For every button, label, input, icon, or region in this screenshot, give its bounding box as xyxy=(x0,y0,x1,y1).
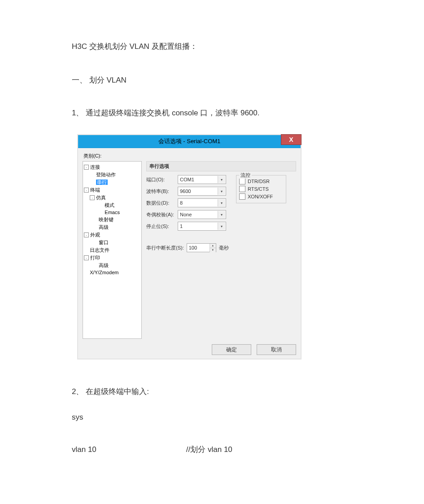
chevron-down-icon: ▾ xyxy=(218,223,225,230)
xon-xoff-checkbox[interactable] xyxy=(239,193,245,200)
tree-node[interactable]: 高级 xyxy=(99,224,109,230)
parity-select[interactable]: None▾ xyxy=(178,210,226,219)
break-length-spinner[interactable]: 100 ▲▼ xyxy=(187,243,216,252)
expand-icon[interactable]: - xyxy=(84,165,89,170)
section-heading: 一、 划分 VLAN xyxy=(72,75,352,85)
flow-control-legend: 流控 xyxy=(239,172,252,179)
ok-button[interactable]: 确定 xyxy=(212,344,251,355)
expand-icon[interactable]: - xyxy=(90,195,95,200)
tree-node[interactable]: 高级 xyxy=(99,263,109,268)
tree-node-selected[interactable]: 串行 xyxy=(96,180,108,185)
cancel-button[interactable]: 取消 xyxy=(257,344,296,355)
command-vlan10: vlan 10//划分 vlan 10 xyxy=(72,444,352,455)
port-select[interactable]: COM1▾ xyxy=(178,175,226,184)
databits-label: 数据位(D): xyxy=(146,200,178,206)
tree-node[interactable]: 终端 xyxy=(90,187,100,193)
chevron-down-icon: ▾ xyxy=(218,211,225,218)
tree-node[interactable]: 模式 xyxy=(105,202,114,208)
tree-node[interactable]: 仿真 xyxy=(96,195,106,200)
category-label: 类别(C): xyxy=(83,153,296,159)
expand-icon[interactable]: - xyxy=(84,188,89,193)
break-length-label: 串行中断长度(S): xyxy=(146,245,184,251)
parity-label: 奇偶校验(A): xyxy=(146,211,178,218)
command-sys: sys xyxy=(72,413,352,422)
tree-node[interactable]: 窗口 xyxy=(99,240,109,245)
tree-node[interactable]: 登陆动作 xyxy=(96,172,116,177)
session-options-dialog: 会话选项 - Serial-COM1 X 类别(C): - 连接 登陆动作 串行… xyxy=(77,134,302,359)
spin-up-icon[interactable]: ▲ xyxy=(210,244,216,248)
expand-icon[interactable]: - xyxy=(84,255,89,260)
expand-icon[interactable]: - xyxy=(84,232,89,237)
baud-select[interactable]: 9600▾ xyxy=(178,187,226,196)
serial-options-heading: 串行选项 xyxy=(146,161,296,171)
chevron-down-icon: ▾ xyxy=(218,188,225,195)
tree-node[interactable]: 打印 xyxy=(90,255,100,260)
step-1: 1、 通过超级终端连接交换机 console 口，波特率 9600. xyxy=(72,108,352,118)
category-tree[interactable]: - 连接 登陆动作 串行 - 终端 - 仿真 模式 Emacs 映射键 高级 -… xyxy=(83,161,142,339)
rts-cts-checkbox[interactable] xyxy=(239,186,245,192)
chevron-down-icon: ▾ xyxy=(218,176,225,183)
dialog-titlebar: 会话选项 - Serial-COM1 X xyxy=(78,135,301,148)
close-button[interactable]: X xyxy=(281,134,302,145)
dtr-dsr-checkbox[interactable] xyxy=(239,178,245,184)
rts-cts-label: RTS/CTS xyxy=(248,186,269,192)
tree-node[interactable]: 日志文件 xyxy=(90,247,109,253)
doc-title: H3C 交换机划分 VLAN 及配置组播： xyxy=(72,40,352,53)
break-length-unit: 毫秒 xyxy=(219,245,229,251)
tree-node[interactable]: 外观 xyxy=(90,232,100,237)
spin-down-icon[interactable]: ▼ xyxy=(210,248,216,252)
stopbits-label: 停止位(S): xyxy=(146,223,178,230)
command-comment: //划分 vlan 10 xyxy=(186,444,232,455)
xon-xoff-label: XON/XOFF xyxy=(248,194,273,199)
dtr-dsr-label: DTR/DSR xyxy=(248,179,270,184)
dialog-title: 会话选项 - Serial-COM1 xyxy=(78,137,301,145)
tree-node[interactable]: 连接 xyxy=(90,164,100,170)
tree-node[interactable]: Emacs xyxy=(105,210,120,215)
baud-label: 波特率(B): xyxy=(146,188,178,195)
tree-node[interactable]: X/Y/Zmodem xyxy=(90,270,118,275)
flow-control-group: 流控 DTR/DSR RTS/CTS XON/XOFF xyxy=(236,175,286,203)
step-2: 2、 在超级终端中输入: xyxy=(72,386,352,397)
databits-select[interactable]: 8▾ xyxy=(178,198,226,207)
chevron-down-icon: ▾ xyxy=(218,199,225,206)
port-label: 端口(O): xyxy=(146,176,178,183)
tree-node[interactable]: 映射键 xyxy=(99,217,114,222)
stopbits-select[interactable]: 1▾ xyxy=(178,222,226,231)
